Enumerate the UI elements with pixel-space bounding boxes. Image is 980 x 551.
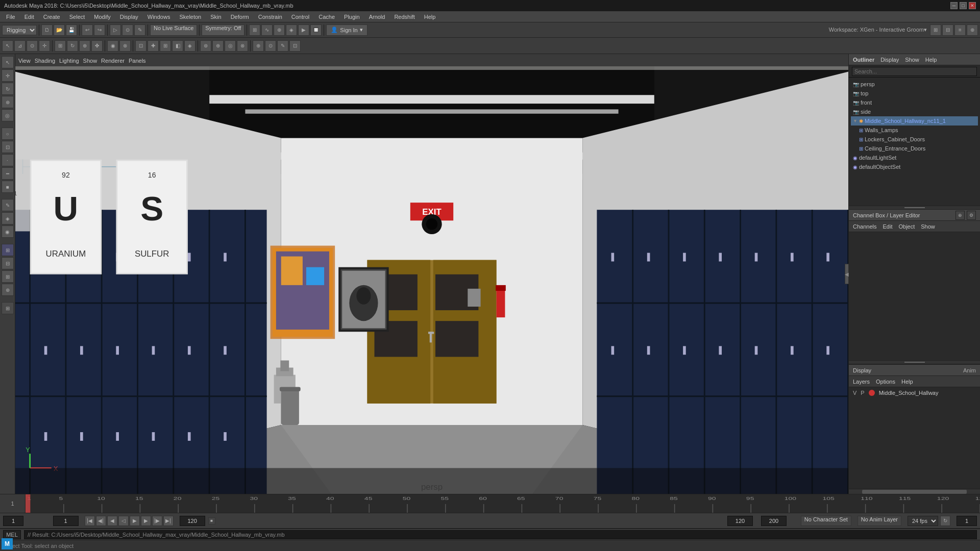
- minimize-button[interactable]: ─: [950, 2, 958, 9]
- render-btn[interactable]: ▶: [298, 24, 309, 36]
- select-tool-btn[interactable]: ↖: [2, 40, 13, 52]
- timeline-ruler[interactable]: 1 5 10 15 20 25 30 35 40: [26, 494, 980, 513]
- cb-tab-object[interactable]: Object: [898, 223, 915, 230]
- right-panel-scrollbar[interactable]: [849, 489, 980, 494]
- menu-skin[interactable]: Skin: [206, 13, 225, 21]
- dp-tab-layers[interactable]: Layers: [853, 379, 870, 385]
- constraint-btn[interactable]: ⊗: [237, 40, 248, 52]
- panel-divider-channel-display[interactable]: [849, 360, 980, 364]
- timeline-start-frame[interactable]: 1: [0, 494, 26, 513]
- fps-select[interactable]: 24 fps 30 fps: [908, 516, 938, 526]
- snap-grid2-btn[interactable]: ⊞: [160, 40, 171, 52]
- menu-modify[interactable]: Modify: [90, 13, 114, 21]
- range-start-input[interactable]: [53, 516, 79, 526]
- camera-layout-btn[interactable]: ⊞: [2, 244, 14, 256]
- deformer-btn[interactable]: ◎: [225, 40, 236, 52]
- soft-select-btn[interactable]: ◉: [107, 40, 118, 52]
- channel-box-expand-btn[interactable]: ⊕: [955, 211, 965, 220]
- right-frame-input[interactable]: [957, 516, 977, 526]
- paint-btn[interactable]: ✎: [134, 24, 145, 36]
- rigging-dropdown[interactable]: Rigging: [2, 25, 37, 35]
- menu-skeleton[interactable]: Skeleton: [175, 13, 205, 21]
- symmetry-btn[interactable]: Symmetry: Off: [202, 24, 244, 36]
- menu-cache[interactable]: Cache: [314, 13, 339, 21]
- select-mode-btn[interactable]: ↖: [2, 56, 14, 68]
- timeline-area[interactable]: 1 1 5 10 15 20 25 30 35: [0, 494, 980, 513]
- mel-input[interactable]: // Result: C:/Users/i5/Desktop/Middle_Sc…: [24, 530, 977, 539]
- workspace-label[interactable]: Workspace: XGen - Interactive Groom▾: [829, 27, 927, 33]
- menu-help[interactable]: Help: [420, 13, 440, 21]
- paint-select-btn[interactable]: ⊙: [27, 40, 38, 52]
- outliner-tab-help[interactable]: Help: [925, 57, 937, 63]
- scale-btn[interactable]: ⊕: [79, 40, 90, 52]
- anim-layer-dropdown[interactable]: No Anim Layer: [857, 516, 901, 526]
- vp-menu-shading[interactable]: Shading: [35, 58, 55, 64]
- save-file-btn[interactable]: 💾: [66, 24, 77, 36]
- lasso-tool-btn[interactable]: ⊿: [14, 40, 26, 52]
- dp-tab-help[interactable]: Help: [901, 379, 913, 385]
- layer-color-dot[interactable]: [869, 390, 875, 396]
- cb-tab-show[interactable]: Show: [921, 223, 935, 230]
- prev-frame-btn[interactable]: ◀: [107, 516, 117, 526]
- edge-mode-btn[interactable]: ━: [2, 167, 14, 180]
- paint-btn2[interactable]: ✎: [2, 199, 14, 211]
- anim-end-2-input[interactable]: [761, 516, 787, 526]
- menu-select[interactable]: Select: [65, 13, 89, 21]
- outliner-search-input[interactable]: [852, 67, 977, 76]
- ipr-btn[interactable]: 🔲: [310, 24, 322, 36]
- tree-item-default-light-set[interactable]: ◉ defaultLightSet: [851, 153, 978, 162]
- tree-item-persp[interactable]: 📷 persp: [851, 80, 978, 89]
- cb-tab-edit[interactable]: Edit: [883, 223, 892, 230]
- component-mode-btn[interactable]: ⊡: [2, 141, 14, 153]
- cb-tab-channels[interactable]: Channels: [853, 223, 876, 230]
- next-key-btn[interactable]: |▶: [152, 516, 162, 526]
- menu-control[interactable]: Control: [287, 13, 313, 21]
- panel-collapse-btn[interactable]: ◀: [845, 264, 849, 284]
- menu-create[interactable]: Create: [39, 13, 64, 21]
- vertex-mode-btn[interactable]: ·: [2, 154, 14, 166]
- component-btn[interactable]: ⊕: [212, 40, 224, 52]
- tree-item-walls-lamps[interactable]: ⊞ Walls_Lamps: [851, 126, 978, 135]
- camera-layout3-btn[interactable]: ⊞: [2, 270, 14, 283]
- tree-item-main-group[interactable]: ▼ ✱ Middle_School_Hallway_nc11_1: [851, 116, 978, 126]
- go-to-end-btn[interactable]: ▶|: [163, 516, 174, 526]
- vp-menu-renderer[interactable]: Renderer: [101, 58, 125, 64]
- show-manip-btn[interactable]: ⊗: [119, 40, 131, 52]
- history-btn[interactable]: ⊛: [200, 40, 211, 52]
- tree-item-default-object-set[interactable]: ◉ defaultObjectSet: [851, 162, 978, 171]
- anim-refresh-btn[interactable]: ↻: [940, 516, 950, 526]
- quick-layout-btn[interactable]: ⊞: [2, 302, 14, 314]
- scale-mode-btn[interactable]: ⊕: [2, 96, 14, 108]
- snap-surface2-btn[interactable]: ◈: [184, 40, 195, 52]
- skin-btn[interactable]: ⊕: [253, 40, 264, 52]
- prev-key-btn[interactable]: ◀|: [96, 516, 106, 526]
- next-frame-btn[interactable]: ▶: [141, 516, 151, 526]
- paint-weights-btn[interactable]: ✎: [277, 40, 288, 52]
- move-tool-btn[interactable]: ✛: [39, 40, 50, 52]
- lasso-btn[interactable]: ⊙: [122, 24, 133, 36]
- snap-grid-btn[interactable]: ⊞: [249, 24, 260, 36]
- range-end-input[interactable]: [180, 516, 205, 526]
- char-set-dropdown[interactable]: No Character Set: [801, 516, 851, 526]
- snap-pt-btn[interactable]: ✚: [148, 40, 159, 52]
- go-to-start-btn[interactable]: |◀: [85, 516, 95, 526]
- menu-arnold[interactable]: Arnold: [365, 13, 389, 21]
- new-file-btn[interactable]: 🗋: [41, 24, 53, 36]
- face-mode-btn[interactable]: ■: [2, 181, 14, 193]
- camera-layout2-btn[interactable]: ⊟: [2, 257, 14, 269]
- soft-select-btn2[interactable]: ◉: [2, 226, 14, 238]
- object-mode-btn[interactable]: ○: [2, 128, 14, 140]
- workspace-icon1[interactable]: ⊞: [930, 24, 941, 36]
- tree-item-front[interactable]: 📷 front: [851, 98, 978, 107]
- menu-edit[interactable]: Edit: [20, 13, 38, 21]
- snap-surface-btn[interactable]: ◈: [286, 24, 297, 36]
- vp-menu-lighting[interactable]: Lighting: [59, 58, 79, 64]
- menu-display[interactable]: Display: [116, 13, 142, 21]
- sculpt-btn[interactable]: ◈: [2, 212, 14, 224]
- menu-constrain[interactable]: Constrain: [254, 13, 286, 21]
- play-back-btn[interactable]: ◁: [118, 516, 129, 526]
- maximize-button[interactable]: □: [960, 2, 967, 9]
- channel-box-settings-btn[interactable]: ⚙: [967, 211, 976, 220]
- snap-live-btn[interactable]: ⊡: [135, 40, 146, 52]
- outliner-tab-display[interactable]: Display: [880, 57, 899, 63]
